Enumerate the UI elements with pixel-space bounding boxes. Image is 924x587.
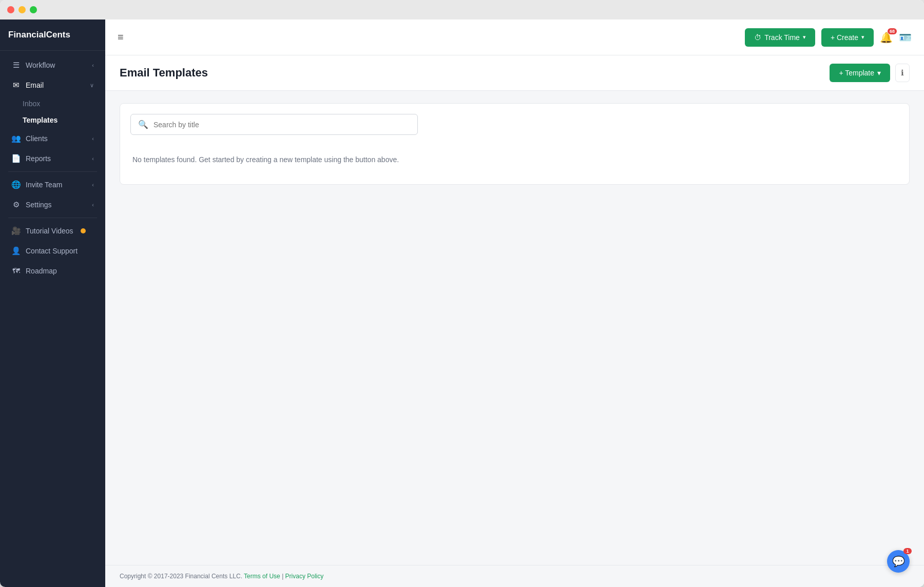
- page-title: Email Templates: [120, 66, 208, 80]
- create-label: + Create: [831, 33, 858, 42]
- maximize-button[interactable]: [30, 6, 37, 13]
- page-header: Email Templates + Template ▾ ℹ: [105, 55, 924, 91]
- close-button[interactable]: [7, 6, 14, 13]
- template-button-label: + Template: [839, 69, 874, 77]
- terms-of-use-link[interactable]: Terms of Use: [244, 573, 280, 580]
- chat-support-button[interactable]: 💬 1: [887, 550, 910, 573]
- track-time-label: Track Time: [764, 33, 800, 42]
- sidebar-item-email[interactable]: ✉ Email ∨: [3, 75, 102, 95]
- sidebar-item-reports[interactable]: 📄 Reports ‹: [3, 149, 102, 168]
- templates-label: Templates: [23, 116, 57, 124]
- sidebar-item-templates[interactable]: Templates: [0, 112, 105, 128]
- search-icon: 🔍: [138, 120, 148, 129]
- topbar: ≡ ⏱ Track Time ▾ + Create ▾ 🔔 68: [105, 19, 924, 55]
- chevron-down-icon: ▾: [877, 69, 881, 77]
- workflow-icon: ☰: [11, 61, 21, 70]
- nav-divider-2: [8, 218, 97, 218]
- content-area: 🔍 No templates found. Get started by cre…: [105, 91, 924, 565]
- contact-support-icon: 👤: [11, 246, 21, 256]
- chevron-icon: ‹: [92, 182, 94, 188]
- search-bar[interactable]: 🔍: [130, 114, 418, 135]
- notifications-button[interactable]: 🔔 68: [880, 31, 893, 44]
- notification-badge: 68: [888, 28, 897, 34]
- sidebar-item-label: Clients: [26, 134, 48, 143]
- copyright-text: Copyright © 2017-2023 Financial Cents LL…: [120, 573, 242, 580]
- main-content: ≡ ⏱ Track Time ▾ + Create ▾ 🔔 68: [105, 19, 924, 587]
- sidebar-item-clients[interactable]: 👥 Clients ‹: [3, 129, 102, 148]
- sidebar: FinancialCents ☰ Workflow ‹ ✉ Email ∨ In…: [0, 19, 105, 587]
- inbox-label: Inbox: [23, 100, 40, 108]
- sidebar-item-settings[interactable]: ⚙ Settings ‹: [3, 195, 102, 214]
- info-icon: ℹ: [901, 68, 904, 77]
- page-header-actions: + Template ▾ ℹ: [830, 64, 910, 82]
- sidebar-item-label: Contact Support: [26, 247, 78, 255]
- tutorial-videos-icon: 🎥: [11, 226, 21, 236]
- chevron-icon: ‹: [92, 155, 94, 162]
- add-template-button[interactable]: + Template ▾: [830, 64, 890, 82]
- sidebar-item-contact-support[interactable]: 👤 Contact Support: [3, 241, 102, 261]
- tutorial-badge: [81, 228, 86, 233]
- sidebar-item-inbox[interactable]: Inbox: [0, 95, 105, 112]
- clock-icon: ⏱: [754, 33, 761, 42]
- sidebar-item-label: Workflow: [26, 61, 55, 69]
- reports-icon: 📄: [11, 154, 21, 163]
- chat-badge: 1: [903, 548, 912, 554]
- topbar-actions: ⏱ Track Time ▾ + Create ▾ 🔔 68 🪪: [745, 28, 912, 47]
- templates-card: 🔍 No templates found. Get started by cre…: [120, 103, 910, 185]
- privacy-policy-link[interactable]: Privacy Policy: [285, 573, 324, 580]
- sidebar-item-roadmap[interactable]: 🗺 Roadmap: [3, 261, 102, 280]
- nav-divider: [8, 171, 97, 172]
- sidebar-item-workflow[interactable]: ☰ Workflow ‹: [3, 55, 102, 75]
- chat-icon: 💬: [892, 555, 905, 568]
- settings-icon: ⚙: [11, 200, 21, 209]
- chevron-down-icon: ∨: [90, 82, 94, 89]
- sidebar-item-label: Tutorial Videos: [26, 227, 73, 235]
- search-input[interactable]: [153, 121, 410, 129]
- create-button[interactable]: + Create ▾: [821, 28, 874, 47]
- chevron-down-icon: ▾: [803, 34, 806, 41]
- chevron-icon: ‹: [92, 135, 94, 142]
- sidebar-item-tutorial-videos[interactable]: 🎥 Tutorial Videos: [3, 221, 102, 241]
- sidebar-item-label: Roadmap: [26, 267, 57, 275]
- sidebar-item-label: Settings: [26, 201, 52, 209]
- sidebar-item-invite-team[interactable]: 🌐 Invite Team ‹: [3, 175, 102, 194]
- clients-icon: 👥: [11, 134, 21, 143]
- titlebar: [0, 0, 924, 19]
- invite-team-icon: 🌐: [11, 180, 21, 189]
- chevron-icon: ‹: [92, 62, 94, 68]
- info-button[interactable]: ℹ: [895, 64, 910, 82]
- chevron-icon: ‹: [92, 202, 94, 208]
- chevron-down-icon: ▾: [861, 34, 864, 41]
- empty-state-message: No templates found. Get started by creat…: [130, 145, 899, 174]
- email-icon: ✉: [11, 81, 21, 90]
- app-footer: Copyright © 2017-2023 Financial Cents LL…: [105, 565, 924, 587]
- email-submenu: Inbox Templates: [0, 95, 105, 128]
- menu-icon[interactable]: ≡: [118, 31, 124, 43]
- app-logo: FinancialCents: [0, 19, 105, 51]
- minimize-button[interactable]: [18, 6, 26, 13]
- sidebar-nav: ☰ Workflow ‹ ✉ Email ∨ Inbox Templates: [0, 51, 105, 587]
- track-time-button[interactable]: ⏱ Track Time ▾: [745, 28, 815, 47]
- user-avatar-button[interactable]: 🪪: [899, 31, 912, 44]
- sidebar-item-label: Reports: [26, 154, 51, 163]
- sidebar-item-label: Invite Team: [26, 181, 62, 189]
- roadmap-icon: 🗺: [11, 266, 21, 275]
- sidebar-item-label: Email: [26, 81, 44, 89]
